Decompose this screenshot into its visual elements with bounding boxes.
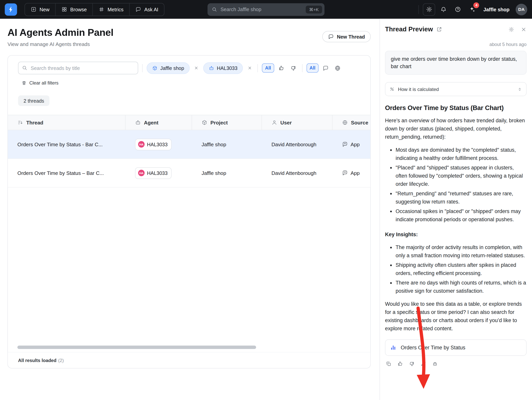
column-label: Thread [26, 119, 44, 125]
agent-filter-chip[interactable]: HAL3033 [203, 62, 243, 74]
pencil-icon [420, 361, 426, 367]
page-header: AI Agents Admin Panel View and manage AI… [8, 27, 371, 47]
source-all-toggle[interactable]: All [307, 63, 319, 73]
agent-filter-label: HAL3033 [217, 65, 238, 71]
column-label: Agent [144, 119, 158, 125]
table-row[interactable]: Orders Over Time by Status - Bar C... HA… [8, 130, 370, 159]
nav-ask-ai-button[interactable]: Ask AI [130, 3, 164, 16]
plus-square-icon [31, 6, 37, 12]
edit-button[interactable] [420, 360, 427, 367]
open-thread-button[interactable] [437, 27, 442, 32]
remove-agent-filter-button[interactable] [246, 64, 253, 72]
global-search[interactable]: Search Jaffle shop ⌘+K [208, 3, 324, 16]
source-label: App [351, 141, 360, 147]
agent-chip[interactable]: HA HAL3033 [135, 167, 172, 179]
new-thread-button[interactable]: New Thread [322, 31, 371, 42]
close-icon [521, 26, 526, 32]
column-label: User [280, 119, 292, 125]
nav-metrics-button[interactable]: Metrics [93, 3, 130, 16]
copy-icon [386, 361, 391, 367]
source-filter-group: All [307, 63, 342, 73]
table-row[interactable]: Orders Over Time by Status – Bar C... HA… [8, 159, 370, 188]
clear-filters-button[interactable]: Clear all filters [21, 81, 58, 86]
chat-star-icon [342, 170, 348, 176]
agent-name: HAL3033 [147, 170, 168, 176]
column-header-agent[interactable]: Agent [126, 115, 192, 130]
project-cell: Jaffle shop [192, 159, 262, 187]
column-header-user[interactable]: User [262, 115, 332, 130]
chart-link[interactable]: Orders Over Time by Status [385, 340, 526, 356]
agent-name: HAL3033 [147, 142, 168, 147]
source-web-filter-button[interactable] [333, 63, 342, 73]
project-filter-chip[interactable]: Jaffle shop [147, 62, 190, 74]
main-panel: AI Agents Admin Panel View and manage AI… [0, 19, 380, 400]
user-avatar[interactable]: DA [516, 4, 527, 15]
thumbs-up-icon [397, 361, 403, 367]
settings-button[interactable] [423, 3, 435, 16]
how-calculated-toggle[interactable]: How it is calculated [385, 82, 526, 96]
response-heading: Orders Over Time by Status (Bar Chart) [385, 104, 526, 112]
search-icon [212, 7, 217, 12]
copy-button[interactable] [385, 360, 392, 367]
close-preview-button[interactable] [521, 26, 526, 32]
source-label: App [351, 170, 360, 176]
thumbs-down-icon [290, 65, 296, 71]
key-insights-label: Key Insights: [385, 231, 526, 239]
notification-count-badge: 4 [474, 2, 479, 8]
scrollbar-thumb[interactable] [17, 346, 256, 349]
page-title: AI Agents Admin Panel [8, 27, 114, 38]
help-button[interactable] [452, 3, 464, 16]
remove-project-filter-button[interactable] [193, 64, 200, 72]
key-insights-list: The majority of order activity results i… [385, 244, 526, 295]
column-header-thread[interactable]: Thread [8, 115, 126, 130]
thread-preview-panel: Thread Preview about 5 hours ago give me… [380, 19, 532, 400]
search-icon [22, 65, 27, 70]
content-area: AI Agents Admin Panel View and manage AI… [0, 19, 532, 400]
user-cell: David Attenborough [262, 159, 332, 187]
preview-settings-button[interactable] [508, 26, 514, 32]
bullet-item: Occasional spikes in "placed" or "shippe… [396, 207, 526, 224]
bar-chart-icon [390, 345, 396, 351]
chat-icon [328, 34, 334, 39]
thread-count-badge: 2 threads [18, 95, 50, 106]
unfold-chevrons-icon [517, 87, 522, 92]
results-count: (2) [58, 358, 64, 363]
ai-notifications-button[interactable]: 4 [466, 3, 478, 16]
agent-chip[interactable]: HA HAL3033 [135, 138, 172, 150]
agent-avatar: HA [138, 141, 145, 148]
app-logo[interactable] [5, 3, 17, 16]
nav-new-button[interactable]: New [25, 3, 56, 16]
thumbs-down-icon [409, 361, 414, 367]
workspace-button[interactable]: Jaffle shop [479, 7, 514, 12]
filter-divider [142, 64, 143, 72]
chat-icon [135, 6, 141, 12]
column-header-project[interactable]: Project [192, 115, 262, 130]
notifications-button[interactable] [437, 3, 450, 16]
source-app-filter-button[interactable] [321, 63, 330, 73]
new-thread-label: New Thread [337, 34, 365, 39]
table-footer: All results loaded (2) [8, 352, 370, 368]
thumbs-down-button[interactable] [408, 360, 415, 367]
thumbs-up-filter-button[interactable] [277, 63, 286, 73]
project-cell: Jaffle shop [192, 130, 262, 158]
column-header-source[interactable]: Source [332, 115, 370, 130]
project-filter-label: Jaffle shop [160, 65, 184, 71]
chat-icon [323, 65, 329, 71]
debug-button[interactable] [431, 360, 438, 367]
preview-header: Thread Preview [385, 25, 526, 33]
filter-divider [302, 64, 303, 72]
nav-new-label: New [39, 7, 50, 12]
chat-star-icon [342, 141, 348, 147]
cube-icon [202, 119, 207, 125]
nav-browse-button[interactable]: Browse [56, 3, 93, 16]
bullet-item: Most days are dominated by the "complete… [396, 146, 526, 162]
thread-search-input[interactable] [18, 62, 138, 74]
thumbs-down-filter-button[interactable] [289, 63, 298, 73]
clear-filters-label: Clear all filters [29, 81, 59, 86]
thumbs-up-button[interactable] [397, 360, 403, 367]
feedback-all-toggle[interactable]: All [262, 63, 274, 73]
threads-panel: Jaffle shop HAL3033 All [8, 55, 371, 369]
preview-title: Thread Preview [385, 25, 433, 33]
navbar-right: 4 Jaffle shop DA [415, 3, 527, 16]
sort-icon [17, 119, 23, 125]
